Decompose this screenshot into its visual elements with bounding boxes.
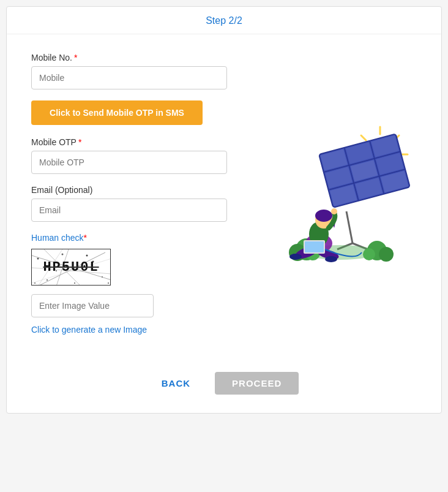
form-left: Mobile No. * Click to Send Mobile OTP in… (31, 53, 245, 347)
svg-line-22 (361, 135, 366, 140)
regenerate-captcha-link[interactable]: Click to generate a new Image (31, 324, 147, 336)
mobile-field-group: Mobile No. * (31, 53, 245, 89)
email-field-group: Email (Optional) (31, 185, 245, 222)
svg-point-60 (325, 256, 337, 262)
mobile-input[interactable] (31, 66, 227, 89)
main-container: Step 2/2 Mobile No. * Click to Send Mobi… (6, 6, 442, 414)
mobile-otp-field-group: Mobile OTP * (31, 137, 245, 174)
captcha-input[interactable] (31, 294, 154, 317)
back-button[interactable]: BACK (149, 372, 203, 395)
svg-point-10 (102, 276, 103, 278)
send-otp-button[interactable]: Click to Send Mobile OTP in SMS (31, 100, 203, 125)
svg-rect-58 (305, 241, 324, 252)
step-label: Step 2/2 (206, 15, 242, 26)
solar-panel-illustration (258, 121, 417, 280)
human-check-star: * (84, 233, 87, 243)
svg-point-13 (34, 282, 35, 284)
captcha-image: HP5U0L (31, 249, 111, 286)
proceed-button[interactable]: PROCEED (215, 372, 299, 395)
illustration-area (252, 53, 423, 347)
svg-point-6 (47, 279, 48, 281)
captcha-text: HP5U0L (43, 260, 99, 275)
svg-point-59 (289, 254, 302, 260)
mobile-otp-label: Mobile OTP * (31, 137, 245, 147)
email-input[interactable] (31, 199, 227, 222)
svg-point-12 (86, 255, 88, 257)
svg-point-7 (62, 254, 64, 255)
svg-point-55 (315, 210, 332, 222)
svg-line-40 (346, 211, 353, 243)
svg-point-5 (37, 258, 39, 260)
step-header: Step 2/2 (7, 7, 441, 34)
svg-point-56 (331, 208, 337, 214)
form-body: Mobile No. * Click to Send Mobile OTP in… (7, 34, 441, 360)
svg-point-48 (379, 247, 394, 262)
svg-point-49 (363, 248, 375, 260)
svg-point-14 (108, 282, 109, 284)
bottom-buttons: BACK PROCEED (7, 372, 441, 395)
svg-point-8 (74, 282, 75, 284)
mobile-required-star: * (74, 53, 77, 62)
mobile-otp-required-star: * (78, 137, 81, 147)
human-check-group: Human check* (31, 233, 245, 336)
email-label: Email (Optional) (31, 185, 245, 195)
mobile-label: Mobile No. * (31, 53, 245, 62)
human-check-label: Human check* (31, 233, 245, 243)
mobile-otp-input[interactable] (31, 151, 227, 174)
